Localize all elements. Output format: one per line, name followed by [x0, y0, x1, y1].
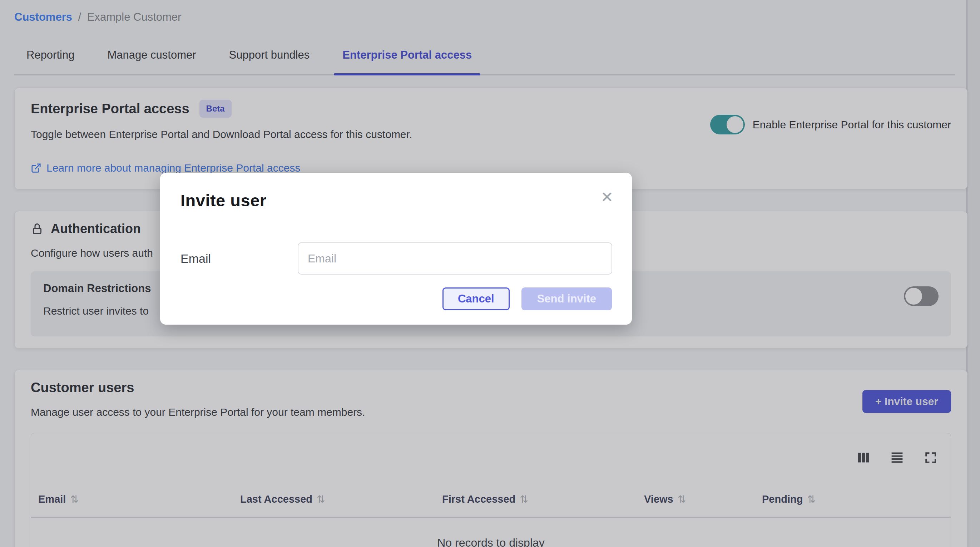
- cancel-button[interactable]: Cancel: [442, 287, 510, 310]
- email-field-row: Email: [180, 242, 614, 274]
- email-field-label: Email: [180, 252, 298, 266]
- send-invite-button[interactable]: Send invite: [522, 287, 612, 310]
- modal-title: Invite user: [180, 191, 611, 210]
- close-icon[interactable]: ✕: [601, 190, 613, 205]
- email-input[interactable]: [298, 242, 612, 274]
- invite-user-modal: Invite user ✕ Email Cancel Send invite: [160, 173, 632, 325]
- modal-actions: Cancel Send invite: [442, 287, 612, 310]
